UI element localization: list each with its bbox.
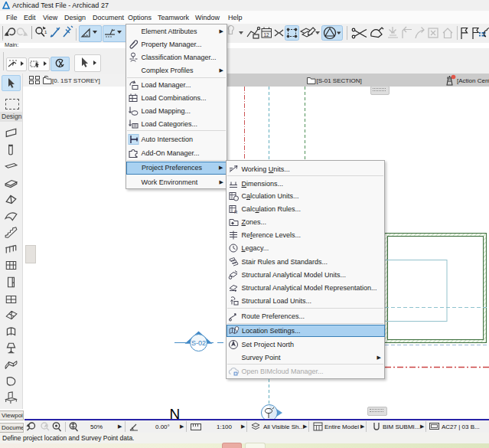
svg-text:S-02: S-02 (191, 339, 206, 347)
svg-text:12: 12 (264, 32, 270, 38)
svg-text:R: R (234, 210, 238, 214)
svg-text:1: 1 (44, 30, 47, 34)
